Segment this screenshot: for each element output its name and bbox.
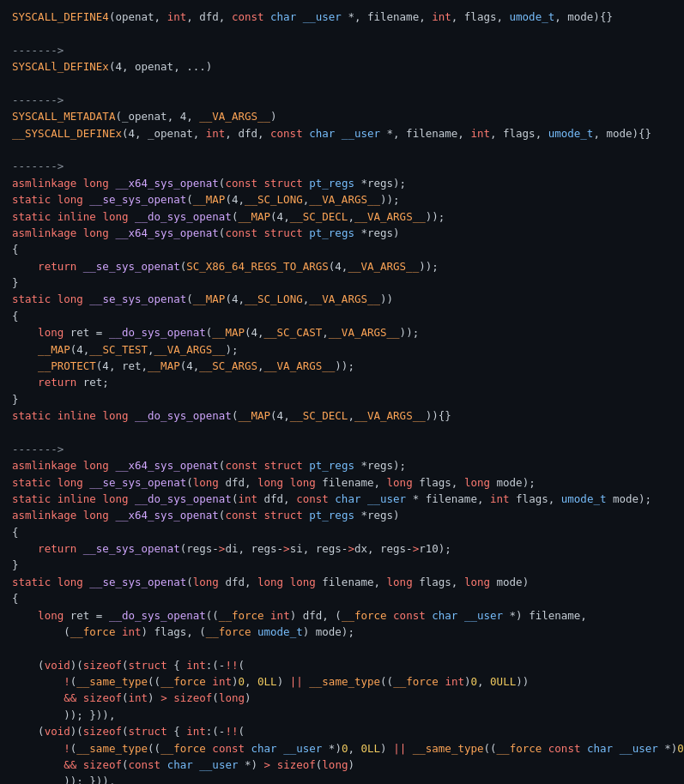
code-container: SYSCALL_DEFINE4(openat, int, dfd, const … xyxy=(0,0,684,784)
code-block: SYSCALL_DEFINE4(openat, int, dfd, const … xyxy=(12,9,672,784)
